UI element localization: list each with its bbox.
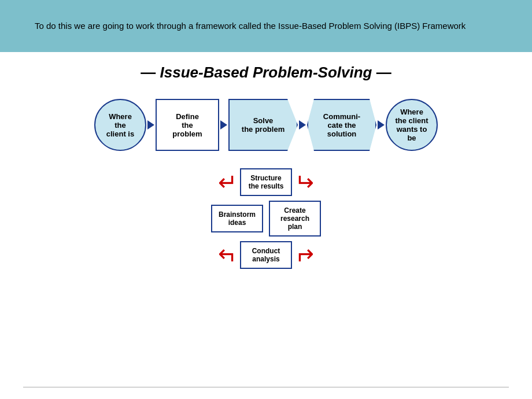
sub-box-brainstorm: Brainstormideas [211,205,263,232]
node-communicate: Communi-cate thesolution [307,99,376,151]
arrow-2 [220,120,227,130]
sub-box-research: Createresearchplan [269,201,321,237]
sub-row-2: Brainstormideas Createresearchplan [211,201,321,237]
header-banner: To do this we are going to work through … [0,0,532,52]
footer-line [23,387,509,387]
node-solve-problem: Solvethe problem [228,99,298,151]
node-where-client-wants: Wherethe clientwants tobe [386,99,438,151]
sub-row-1: ↵ Structurethe results ↵ [216,168,316,196]
sub-box-structure: Structurethe results [240,168,292,196]
main-content: — Issue-Based Problem-Solving — Wherethe… [0,52,532,279]
red-arrow-down-right: ↵ [294,243,314,267]
title-main: Issue-Based Problem-Solving [160,64,376,81]
sub-diagram: ↵ Structurethe results ↵ Brainstormideas… [23,168,509,274]
title-suffix: — [376,64,391,81]
header-text: To do this we are going to work through … [35,20,466,33]
red-arrow-up-left: ↵ [218,171,238,194]
arrow-3 [299,120,306,130]
red-arrow-down-left: ↵ [218,243,238,267]
node-where-client-is: Wheretheclient is [94,99,146,151]
red-arrow-up-right: ↵ [294,171,314,194]
title: — Issue-Based Problem-Solving — [23,64,509,82]
flow-row: Wheretheclient is Definetheproblem Solve… [23,99,509,151]
title-prefix: — [141,64,160,81]
sub-box-conduct: Conductanalysis [240,241,292,269]
node-define-problem: Definetheproblem [156,99,219,151]
sub-row-3: ↵ Conductanalysis ↵ [216,241,316,269]
arrow-1 [147,120,154,130]
arrow-4 [378,120,385,130]
